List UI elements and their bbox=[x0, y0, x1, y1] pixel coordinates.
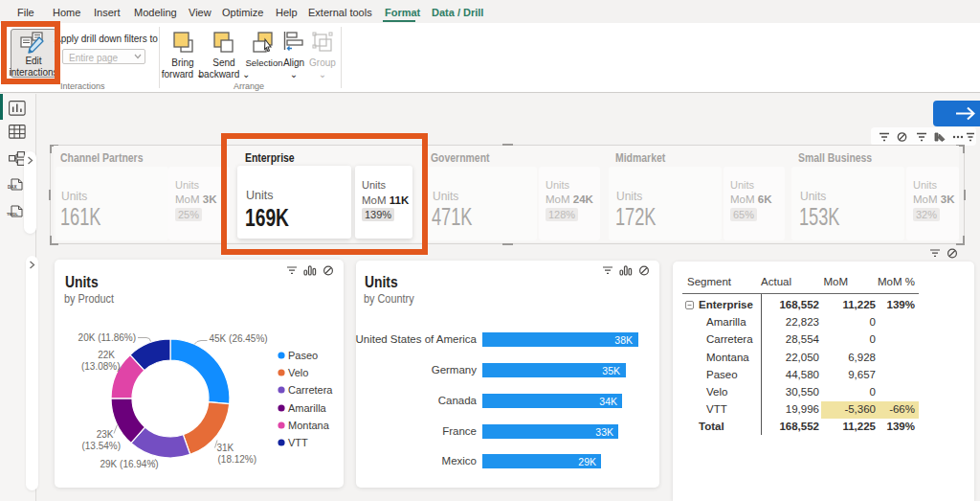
svg-text:VTT: VTT bbox=[288, 437, 308, 448]
svg-text:Carretera: Carretera bbox=[288, 384, 333, 396]
svg-text:29K (16.94%): 29K (16.94%) bbox=[100, 459, 159, 469]
svg-text:(13.08%): (13.08%) bbox=[81, 361, 121, 372]
svg-text:Paseo: Paseo bbox=[288, 350, 318, 361]
svg-text:(13.54%): (13.54%) bbox=[81, 441, 121, 451]
svg-text:31K: 31K bbox=[217, 443, 234, 453]
svg-text:Velo: Velo bbox=[288, 367, 308, 378]
svg-text:23K: 23K bbox=[97, 429, 114, 440]
svg-text:(18.12%): (18.12%) bbox=[218, 454, 257, 465]
svg-text:Amarilla: Amarilla bbox=[288, 402, 327, 414]
svg-text:45K (26.45%): 45K (26.45%) bbox=[210, 333, 268, 344]
svg-text:Montana: Montana bbox=[288, 420, 330, 431]
svg-text:20K (11.86%): 20K (11.86%) bbox=[78, 332, 136, 343]
svg-text:22K: 22K bbox=[98, 350, 115, 360]
